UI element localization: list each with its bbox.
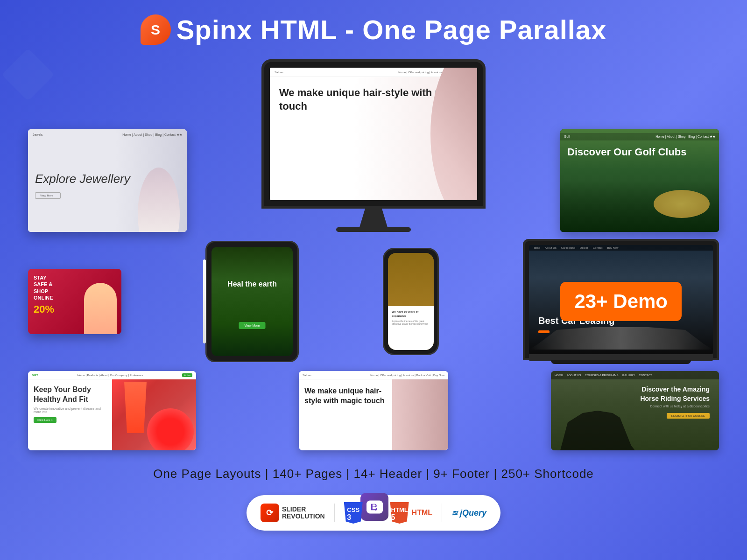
phone-content: We have 10 years of experience Explore t… (388, 306, 434, 350)
smoothie-glass (121, 382, 149, 433)
jewellery-mockup: Jewels Home | About | Shop | Blog | Cont… (28, 129, 187, 232)
horse-nav: HOME ABOUT US COURSES & PROGRAMS GALLERY… (551, 371, 719, 379)
diet-brand: DIET (32, 374, 38, 377)
diet-image (112, 379, 196, 450)
horse-nav-gallery: GALLERY (622, 374, 635, 377)
horse-nav-contact: CONTACT (639, 374, 652, 377)
jquery-text: jQuery (460, 508, 486, 518)
laptop-nav-about: About Us (545, 246, 557, 249)
tablet-mockup: Heal the earth View More (205, 241, 299, 362)
imac-display: Saloon Home | Offer and pricing | About … (270, 68, 477, 200)
divider-1 (334, 504, 335, 522)
slider-sub: REVOLUTION (282, 513, 325, 520)
html-text: HTML (412, 509, 432, 517)
tablet-pencil (203, 259, 206, 343)
slider-name: SLIDER (282, 506, 325, 513)
golf-brand: Golf (564, 135, 570, 139)
saloon-text-area2: We make unique hair-style with magic tou… (299, 379, 392, 450)
logo-icon: S (141, 14, 171, 45)
horse-nav-about: ABOUT US (567, 374, 581, 377)
horse-button[interactable]: REGISTER FOR COURSE (667, 413, 710, 419)
laptop-base (551, 360, 691, 364)
phone-horse-bg (388, 253, 434, 306)
laptop-nav: Home About Us Car leasing Dealer Contact… (529, 245, 713, 251)
saloon-woman2-image (392, 379, 448, 450)
middle-row: STAY SAFE & SHOP ONLINE 20% Heal the ear… (28, 239, 719, 364)
laptop-nav-leasing: Car leasing (561, 246, 575, 249)
golf-bg: Golf Home | About | Shop | Blog | Contac… (560, 129, 719, 232)
diet-button[interactable]: Click Here > (34, 417, 56, 423)
page-title: Spinx HTML - One Page Parallax (176, 14, 607, 45)
diet-nav-items: Home | Products | About | Our Company | … (78, 374, 143, 377)
horse-title: Discover the Amazing Horse Riding Servic… (626, 385, 710, 403)
stats-row: One Page Layouts | 140+ Pages | 14+ Head… (28, 460, 719, 488)
divider-2 (442, 504, 442, 522)
horse-nav-home: HOME (555, 374, 563, 377)
tablet-screen: Heal the earth View More (211, 247, 293, 356)
laptop-nav-home: Home (533, 246, 540, 249)
shop-line4: ONLINE (34, 295, 53, 301)
bootstrap-icon (360, 493, 388, 521)
imac-salon-bg: Saloon Home | Offer and pricing | About … (270, 68, 477, 200)
golf-nav-items: Home | About | Shop | Blog | Contact ★★ (655, 135, 715, 139)
saloon-nav-items2: Home | Offer and pricing | About us | Bo… (370, 374, 444, 377)
tech-logos-wrapper: ⟳ SLIDER REVOLUTION CSS 3 CSS (247, 495, 500, 531)
saloon-content2: We make unique hair-style with magic tou… (299, 379, 448, 450)
diet-subtitle: We create innovative and prevent disease… (34, 407, 106, 413)
demo-badge[interactable]: 23+ Demo (560, 282, 682, 321)
html-num: 5 (391, 513, 395, 521)
jquery-logo: ≋ jQuery (451, 508, 486, 518)
jewellery-nav-items: Home | About | Shop | Blog | Contact ★★ (122, 133, 182, 137)
horse-subtitle: Connect with us today at a discount pric… (626, 405, 710, 408)
css-num: 3 (347, 513, 351, 521)
tech-row: ⟳ SLIDER REVOLUTION CSS 3 CSS (28, 488, 719, 540)
jewellery-woman-image (135, 143, 182, 232)
diet-text-area: Keep Your Body Healthy And Fit We create… (28, 379, 112, 450)
shop-line1: STAY (34, 275, 47, 280)
diet-title: Keep Your Body Healthy And Fit (34, 385, 106, 405)
html5-logo: HTML 5 HTML (390, 502, 432, 524)
golf-title: Discover Our Golf Clubs (567, 146, 687, 159)
bottom-row: DIET Home | Products | About | Our Compa… (28, 371, 719, 450)
diet-content: Keep Your Body Healthy And Fit We create… (28, 379, 196, 450)
horse-mockup: HOME ABOUT US COURSES & PROGRAMS GALLERY… (551, 371, 719, 450)
html-badge: HTML 5 (390, 502, 409, 524)
laptop-nav-dealer: Dealer (580, 246, 588, 249)
shop-line3: SHOP (34, 288, 48, 294)
golf-mockup: Golf Home | About | Shop | Blog | Contac… (560, 129, 719, 232)
phone-subtitle: We have 10 years of experience (392, 310, 430, 318)
golf-nav: Golf Home | About | Shop | Blog | Contac… (560, 133, 719, 140)
slider-revolution-logo: ⟳ SLIDER REVOLUTION (261, 504, 325, 522)
css-badge: CSS 3 (344, 502, 363, 524)
tablet-title: Heal the earth (219, 280, 284, 288)
slider-icon: ⟳ (261, 504, 279, 522)
imac-container: Saloon Home | Offer and pricing | About … (261, 59, 486, 232)
tablet-forest-bg (211, 247, 293, 356)
header-title-container: S Spinx HTML - One Page Parallax (141, 14, 607, 45)
imac-screen: Saloon Home | Offer and pricing | About … (261, 59, 486, 209)
css-label: CSS (347, 506, 359, 513)
main-content: Jewels Home | About | Shop | Blog | Cont… (0, 55, 747, 545)
horse-nav-courses: COURSES & PROGRAMS (585, 374, 619, 377)
diet-active-badge: Active (182, 373, 192, 377)
stats-text: One Page Layouts | 140+ Pages | 14+ Head… (28, 467, 719, 481)
jewellery-button[interactable]: View More (35, 192, 61, 199)
diet-nav: DIET Home | Products | About | Our Compa… (28, 371, 196, 379)
header: S Spinx HTML - One Page Parallax (0, 0, 747, 55)
saloon-bottom-mockup: Saloon Home | Offer and pricing | About … (299, 371, 448, 450)
tablet-button[interactable]: View More (239, 322, 266, 329)
laptop-button[interactable] (538, 330, 550, 333)
jewellery-nav: Jewels Home | About | Shop | Blog | Cont… (28, 133, 187, 137)
shop-mockup: STAY SAFE & SHOP ONLINE 20% (28, 269, 121, 334)
imac-logo: Saloon (275, 71, 283, 74)
watermelon-image (147, 408, 194, 450)
top-row: Jewels Home | About | Shop | Blog | Cont… (28, 59, 719, 232)
laptop-nav-buy: Buy Now (607, 246, 618, 249)
shop-line2: SAFE & (34, 281, 52, 287)
shop-woman-image (84, 283, 117, 334)
phone-description: Explore the themes of the great attracti… (392, 320, 430, 325)
jquery-wave-icon: ≋ (451, 509, 458, 518)
phone-mockup: We have 10 years of experience Explore t… (383, 248, 439, 355)
jewellery-brand: Jewels (33, 133, 42, 137)
slider-text: SLIDER REVOLUTION (282, 506, 325, 520)
